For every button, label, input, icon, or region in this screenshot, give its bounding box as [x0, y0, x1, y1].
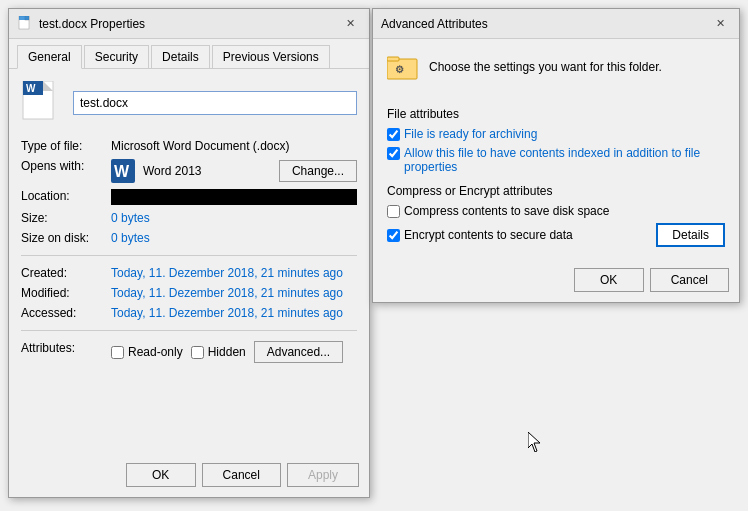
properties-window: W test.docx Properties ✕ General Securit…	[8, 8, 370, 498]
details-button[interactable]: Details	[656, 223, 725, 247]
accessed-row: Accessed: Today, 11. Dezember 2018, 21 m…	[21, 306, 357, 320]
modified-value: Today, 11. Dezember 2018, 21 minutes ago	[111, 286, 343, 300]
index-row: Allow this file to have contents indexed…	[387, 146, 725, 174]
created-label: Created:	[21, 266, 111, 280]
modified-row: Modified: Today, 11. Dezember 2018, 21 m…	[21, 286, 357, 300]
compress-section-title: Compress or Encrypt attributes	[387, 184, 725, 198]
file-icon: W	[21, 81, 61, 125]
created-row: Created: Today, 11. Dezember 2018, 21 mi…	[21, 266, 357, 280]
properties-titlebar: W test.docx Properties ✕	[9, 9, 369, 39]
index-checkbox[interactable]	[387, 147, 400, 160]
hidden-checkbox[interactable]	[191, 346, 204, 359]
apply-button[interactable]: Apply	[287, 463, 359, 487]
readonly-label[interactable]: Read-only	[111, 345, 183, 359]
encrypt-left: Encrypt contents to secure data	[387, 228, 573, 242]
word-icon: W	[111, 159, 135, 183]
type-of-file-row: Type of file: Microsoft Word Document (.…	[21, 139, 357, 153]
archive-label[interactable]: File is ready for archiving	[404, 127, 537, 141]
size-label: Size:	[21, 211, 111, 225]
location-redacted	[111, 189, 357, 205]
svg-text:W: W	[26, 83, 36, 94]
archive-checkbox[interactable]	[387, 128, 400, 141]
advanced-window: Advanced Attributes ✕ ⚙ Choose the setti…	[372, 8, 740, 303]
svg-text:W: W	[21, 21, 26, 27]
titlebar-doc-icon: W	[17, 16, 33, 32]
compress-label[interactable]: Compress contents to save disk space	[404, 204, 609, 218]
properties-title: test.docx Properties	[39, 17, 145, 31]
opens-with-content: W Word 2013 Change...	[111, 159, 357, 183]
location-label: Location:	[21, 189, 111, 203]
file-attributes-section-title: File attributes	[387, 107, 725, 121]
properties-bottom-buttons: OK Cancel Apply	[126, 463, 359, 487]
size-value: 0 bytes	[111, 211, 357, 225]
type-label: Type of file:	[21, 139, 111, 153]
advanced-title: Advanced Attributes	[381, 17, 488, 31]
advanced-folder-icon: ⚙	[387, 51, 419, 83]
tab-general[interactable]: General	[17, 45, 82, 69]
accessed-label: Accessed:	[21, 306, 111, 320]
tab-previous-versions[interactable]: Previous Versions	[212, 45, 330, 68]
index-label[interactable]: Allow this file to have contents indexed…	[404, 146, 725, 174]
titlebar-controls: ✕	[339, 13, 361, 35]
tabs-row: General Security Details Previous Versio…	[9, 39, 369, 69]
size-on-disk-label: Size on disk:	[21, 231, 111, 245]
size-on-disk-value: 0 bytes	[111, 231, 357, 245]
svg-text:W: W	[114, 163, 130, 180]
tab-security[interactable]: Security	[84, 45, 149, 68]
encrypt-label[interactable]: Encrypt contents to secure data	[404, 228, 573, 242]
modified-label: Modified:	[21, 286, 111, 300]
size-on-disk-row: Size on disk: 0 bytes	[21, 231, 357, 245]
svg-text:⚙: ⚙	[395, 64, 404, 75]
advanced-titlebar-controls: ✕	[709, 13, 731, 35]
location-row: Location:	[21, 189, 357, 205]
mouse-cursor	[528, 432, 540, 450]
opens-with-label: Opens with:	[21, 159, 111, 173]
compress-checkbox[interactable]	[387, 205, 400, 218]
tab-details[interactable]: Details	[151, 45, 210, 68]
advanced-header-row: ⚙ Choose the settings you want for this …	[387, 51, 725, 93]
advanced-header-text: Choose the settings you want for this fo…	[429, 60, 662, 74]
change-button[interactable]: Change...	[279, 160, 357, 182]
divider-2	[21, 330, 357, 331]
word-doc-svg: W	[21, 81, 61, 125]
created-value: Today, 11. Dezember 2018, 21 minutes ago	[111, 266, 343, 280]
type-value: Microsoft Word Document (.docx)	[111, 139, 357, 153]
attributes-row: Attributes: Read-only Hidden Advanced...	[21, 341, 357, 363]
opens-with-row: Opens with: W Word 2013 Change...	[21, 159, 357, 183]
advanced-button[interactable]: Advanced...	[254, 341, 343, 363]
advanced-bottom-buttons: OK Cancel	[574, 268, 729, 292]
close-button[interactable]: ✕	[339, 13, 361, 35]
advanced-content: ⚙ Choose the settings you want for this …	[373, 39, 739, 259]
advanced-cancel-button[interactable]: Cancel	[650, 268, 729, 292]
advanced-ok-button[interactable]: OK	[574, 268, 644, 292]
svg-rect-11	[387, 57, 399, 61]
titlebar-left: W test.docx Properties	[17, 16, 145, 32]
file-header: W	[21, 81, 357, 125]
filename-input[interactable]	[73, 91, 357, 115]
accessed-value: Today, 11. Dezember 2018, 21 minutes ago	[111, 306, 343, 320]
svg-rect-2	[19, 16, 29, 20]
attributes-label: Attributes:	[21, 341, 111, 355]
encrypt-row: Encrypt contents to secure data Details	[387, 223, 725, 247]
divider-1	[21, 255, 357, 256]
advanced-close-button[interactable]: ✕	[709, 13, 731, 35]
attributes-controls: Read-only Hidden Advanced...	[111, 341, 343, 363]
advanced-titlebar-left: Advanced Attributes	[381, 17, 488, 31]
ok-button[interactable]: OK	[126, 463, 196, 487]
readonly-checkbox[interactable]	[111, 346, 124, 359]
archive-row: File is ready for archiving	[387, 127, 725, 141]
hidden-label[interactable]: Hidden	[191, 345, 246, 359]
opens-with-app: Word 2013	[143, 164, 201, 178]
advanced-titlebar: Advanced Attributes ✕	[373, 9, 739, 39]
cancel-button[interactable]: Cancel	[202, 463, 281, 487]
encrypt-checkbox[interactable]	[387, 229, 400, 242]
properties-content: W Type of file: Microsoft Word Document …	[9, 69, 369, 381]
svg-marker-13	[528, 432, 540, 452]
compress-row: Compress contents to save disk space	[387, 204, 725, 218]
size-row: Size: 0 bytes	[21, 211, 357, 225]
